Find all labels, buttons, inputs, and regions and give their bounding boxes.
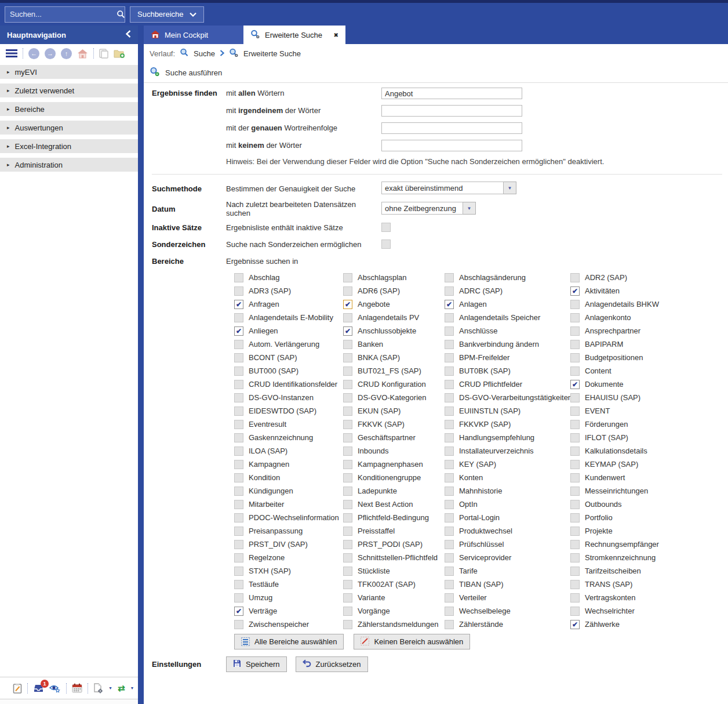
- area-checkbox[interactable]: [570, 607, 580, 616]
- home-icon[interactable]: [77, 49, 88, 59]
- find-input[interactable]: [381, 122, 522, 134]
- area-checkbox[interactable]: [234, 620, 243, 629]
- area-checkbox[interactable]: [445, 540, 454, 549]
- area-checkbox-row[interactable]: DS-GVO-Verarbeitungstätigkeiten: [445, 393, 570, 402]
- area-checkbox-row[interactable]: Outbounds: [570, 499, 686, 509]
- area-checkbox-row[interactable]: BPM-Freifelder: [445, 353, 570, 362]
- area-checkbox[interactable]: [343, 553, 352, 563]
- inactive-checkbox[interactable]: [381, 223, 391, 232]
- select-none-areas-button[interactable]: Keinen Bereich auswählen: [354, 634, 470, 649]
- area-checkbox-row[interactable]: CRUD Konfiguration: [343, 379, 445, 389]
- area-checkbox-row[interactable]: Konditionengruppe: [343, 473, 445, 482]
- area-checkbox[interactable]: [445, 553, 454, 563]
- area-checkbox-row[interactable]: Prüfschlüssel: [445, 539, 570, 549]
- clipboard-icon[interactable]: [99, 48, 108, 59]
- area-checkbox[interactable]: [343, 407, 352, 416]
- area-checkbox[interactable]: [343, 527, 352, 536]
- area-checkbox-row[interactable]: Ladepunkte: [343, 486, 445, 496]
- area-checkbox[interactable]: [343, 433, 352, 442]
- area-checkbox-row[interactable]: Abschlagsänderung: [445, 273, 570, 282]
- area-checkbox[interactable]: [445, 380, 454, 389]
- document-settings-icon[interactable]: [93, 683, 103, 694]
- area-checkbox-row[interactable]: Kalkulationsdetails: [570, 446, 686, 456]
- reset-button[interactable]: Zurücksetzen: [296, 656, 368, 672]
- area-checkbox[interactable]: [445, 313, 454, 322]
- area-checkbox-row[interactable]: Autom. Verlängerung: [234, 339, 343, 349]
- area-checkbox[interactable]: [570, 273, 580, 282]
- area-checkbox[interactable]: [343, 393, 352, 402]
- tab-mein-cockpit[interactable]: Mein Cockpit: [144, 26, 243, 44]
- area-checkbox-row[interactable]: Messeinrichtungen: [570, 486, 686, 496]
- area-checkbox[interactable]: [234, 487, 243, 496]
- area-checkbox[interactable]: [445, 273, 454, 282]
- area-checkbox[interactable]: [445, 420, 454, 429]
- area-checkbox-row[interactable]: Anlagendetails PV: [343, 313, 445, 322]
- area-checkbox-row[interactable]: Förderungen: [570, 419, 686, 429]
- area-checkbox[interactable]: [445, 366, 454, 376]
- document-settings-dropdown-icon[interactable]: ▼: [108, 686, 112, 690]
- area-checkbox-row[interactable]: Tarifzeitscheiben: [570, 566, 686, 576]
- inbox-icon[interactable]: 1: [33, 684, 44, 693]
- area-checkbox[interactable]: [343, 620, 352, 629]
- area-checkbox[interactable]: [570, 580, 580, 589]
- area-checkbox-row[interactable]: Bankverbindung ändern: [445, 339, 570, 349]
- area-checkbox[interactable]: [570, 366, 580, 376]
- find-input[interactable]: [381, 105, 522, 117]
- sidebar-item-zuletzt-verwendet[interactable]: ▸Zuletzt verwendet: [0, 84, 138, 97]
- area-checkbox-row[interactable]: Variante: [343, 593, 445, 603]
- area-checkbox-row[interactable]: BUT0BK (SAP): [445, 366, 570, 376]
- area-checkbox[interactable]: [570, 527, 580, 536]
- area-checkbox-row[interactable]: Dokumente: [570, 379, 686, 389]
- area-checkbox-row[interactable]: Gaskennzeichnung: [234, 433, 343, 442]
- area-checkbox-row[interactable]: Verteiler: [445, 593, 570, 603]
- area-checkbox[interactable]: [234, 473, 243, 482]
- area-checkbox[interactable]: [445, 567, 454, 576]
- area-checkbox[interactable]: [343, 540, 352, 549]
- area-checkbox[interactable]: [570, 420, 580, 429]
- area-checkbox[interactable]: [445, 433, 454, 442]
- area-checkbox-row[interactable]: Anschlussobjekte: [343, 326, 445, 336]
- area-checkbox[interactable]: [445, 473, 454, 482]
- area-checkbox-row[interactable]: Wechselbelege: [445, 606, 570, 616]
- area-checkbox-row[interactable]: Vertragskonten: [570, 593, 686, 603]
- new-folder-icon[interactable]: [114, 49, 125, 59]
- area-checkbox[interactable]: [445, 286, 454, 296]
- sidebar-item-auswertungen[interactable]: ▸Auswertungen: [0, 121, 138, 135]
- area-checkbox-row[interactable]: Kampagnenphasen: [343, 459, 445, 469]
- area-checkbox-row[interactable]: Zählwerke: [570, 619, 686, 629]
- area-checkbox-row[interactable]: Portal-Login: [445, 513, 570, 522]
- area-checkbox-row[interactable]: Anlagenkonto: [570, 313, 686, 322]
- nav-back-button[interactable]: ←: [28, 48, 39, 59]
- area-checkbox[interactable]: [343, 313, 352, 322]
- area-checkbox-row[interactable]: KEY (SAP): [445, 459, 570, 469]
- area-checkbox[interactable]: [343, 380, 352, 389]
- area-checkbox[interactable]: [445, 580, 454, 589]
- area-checkbox-row[interactable]: Anlagen: [445, 299, 570, 309]
- area-checkbox-row[interactable]: Anfragen: [234, 299, 343, 309]
- area-checkbox-row[interactable]: TRANS (SAP): [570, 579, 686, 589]
- area-checkbox-row[interactable]: BCONT (SAP): [234, 353, 343, 362]
- area-checkbox[interactable]: [570, 380, 580, 389]
- area-checkbox[interactable]: [570, 433, 580, 442]
- area-checkbox[interactable]: [234, 393, 243, 402]
- find-input[interactable]: [381, 88, 522, 99]
- area-checkbox[interactable]: [570, 286, 580, 296]
- area-checkbox[interactable]: [234, 500, 243, 509]
- date-dropdown[interactable]: ohne Zeitbegrenzung ▼: [381, 202, 476, 215]
- area-checkbox-row[interactable]: EUIINSTLN (SAP): [445, 406, 570, 416]
- area-checkbox[interactable]: [234, 553, 243, 563]
- area-checkbox[interactable]: [570, 393, 580, 402]
- area-checkbox-row[interactable]: PRST_DIV (SAP): [234, 539, 343, 549]
- area-checkbox[interactable]: [343, 487, 352, 496]
- area-checkbox-row[interactable]: BUT021_FS (SAP): [343, 366, 445, 376]
- area-checkbox-row[interactable]: Stückliste: [343, 566, 445, 576]
- select-all-areas-button[interactable]: Alle Bereiche auswählen: [234, 634, 344, 649]
- area-checkbox[interactable]: [234, 527, 243, 536]
- area-checkbox[interactable]: [445, 593, 454, 603]
- area-checkbox-row[interactable]: Inbounds: [343, 446, 445, 456]
- sidebar-item-excel-integration[interactable]: ▸Excel-Integration: [0, 139, 138, 153]
- watchlist-icon[interactable]: [49, 684, 61, 693]
- area-checkbox[interactable]: [234, 273, 243, 282]
- area-checkbox-row[interactable]: Verträge: [234, 606, 343, 616]
- area-checkbox[interactable]: [445, 513, 454, 522]
